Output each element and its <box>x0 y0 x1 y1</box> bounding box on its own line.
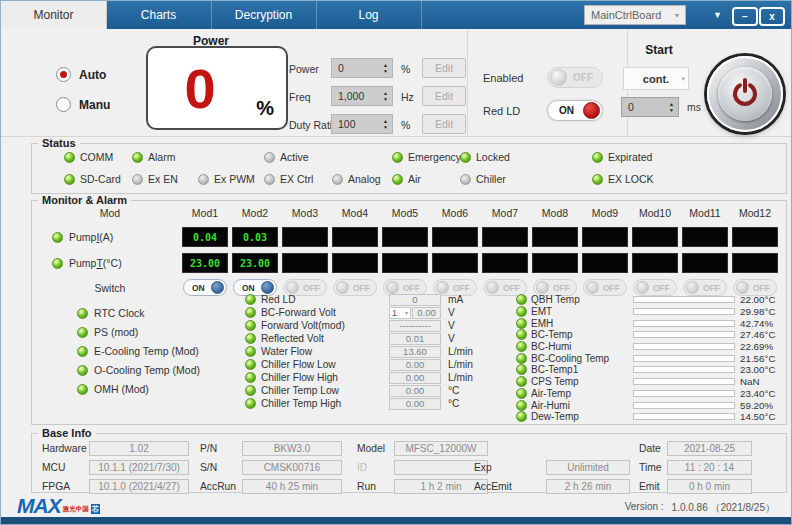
mod-column-header: Mod12 <box>730 207 780 219</box>
readout-chiller-flow-high: Chiller Flow High 0.00 L/min <box>245 371 473 384</box>
status-label: EX LOCK <box>608 173 654 185</box>
indicator-e-cooling: E-Cooling Temp (Mod) <box>77 345 200 357</box>
pump-temp-lcd: 23.00 <box>182 253 228 273</box>
pump-temp-lcd <box>282 253 328 273</box>
base-info-groupbox: Base Info Hardware 1.02 P/N BKW3.0 Model… <box>31 433 787 493</box>
mod-header-row: Mod Mod1 Mod2 Mod3 Mod4 Mod5 Mod6 Mod7 M… <box>40 207 780 219</box>
logo-text: MAX <box>17 496 61 516</box>
gauge-air-humi: Air-Humi59.20% <box>516 399 792 411</box>
dropdown-arrow-icon[interactable]: ▼ <box>713 10 722 20</box>
spinner-arrows-icon[interactable]: ▲▼ <box>380 60 391 76</box>
duty-param-input[interactable]: 100 ▲▼ <box>331 114 393 134</box>
toggle-knob <box>736 281 749 294</box>
mod-corner-header: Mod <box>40 207 180 219</box>
mode-manu-radio[interactable]: Manu <box>56 97 110 112</box>
start-mode-dropdown[interactable]: cont. ▾ <box>623 67 689 90</box>
power-display: 0 % <box>146 46 288 130</box>
status-label: Ex PWM <box>214 173 255 185</box>
base-info-title: Base Info <box>38 427 96 439</box>
led-icon <box>132 152 143 163</box>
version-label: Version : <box>625 501 664 515</box>
mod-column-header: Mod4 <box>330 207 380 219</box>
pump-temp-row: PumpT(°C) 23.00 23.00 <box>40 253 780 273</box>
status-label: SD-Card <box>80 173 121 185</box>
gauge-list: QBH Temp22.00°C EMT29.98°C EMH42.74% BC-… <box>516 294 792 423</box>
power-edit-button[interactable]: Edit <box>422 58 466 78</box>
readout-value: 0.00 <box>389 359 441 371</box>
tab-log[interactable]: Log <box>316 1 422 29</box>
logo-subtext: 激光中国 <box>63 505 89 514</box>
spinner-arrows-icon[interactable]: ▲▼ <box>380 116 391 132</box>
led-icon <box>264 174 275 185</box>
freq-param-label: Freq <box>289 91 311 103</box>
led-icon <box>392 152 403 163</box>
led-icon <box>245 372 256 383</box>
toggle-knob <box>536 281 549 294</box>
close-button[interactable]: x <box>759 7 785 26</box>
laser-start-button[interactable] <box>707 56 783 132</box>
status-active: Active <box>264 151 332 163</box>
readout-value: 0.00 <box>412 307 441 319</box>
red-ld-toggle[interactable]: ON <box>547 100 603 121</box>
power-param-input[interactable]: 0 ▲▼ <box>331 58 393 78</box>
status-label: EX Ctrl <box>280 173 313 185</box>
pump-current-lcd <box>482 227 528 247</box>
status-label: Alarm <box>148 151 175 163</box>
status-row-1: COMM Alarm Active Emergency Locked Expir… <box>64 151 782 163</box>
start-mode-value: cont. <box>643 73 669 85</box>
model-label: Model <box>357 443 385 454</box>
mcu-label: MCU <box>42 462 65 473</box>
duty-param-unit: % <box>401 119 410 131</box>
readout-chiller-flow-low: Chiller Flow Low 0.00 L/min <box>245 358 473 371</box>
led-icon <box>132 174 143 185</box>
tab-monitor[interactable]: Monitor <box>1 1 107 29</box>
start-delay-input[interactable]: 0 ▲▼ <box>621 97 679 117</box>
max-logo: MAX 激光中国 芯 <box>17 496 100 516</box>
enabled-toggle[interactable]: OFF <box>547 67 603 88</box>
toggle-knob <box>686 281 699 294</box>
pump-current-lcd <box>582 227 628 247</box>
pump-temp-lcd <box>632 253 678 273</box>
gauge-bar <box>633 366 735 373</box>
spinner-arrows-icon[interactable]: ▲▼ <box>380 88 391 104</box>
auto-label: Auto <box>79 68 106 82</box>
spinner-arrows-icon[interactable]: ▲▼ <box>666 99 677 115</box>
hardware-label: Hardware <box>42 443 87 454</box>
gauge-air-temp: Air-Temp23.40°C <box>516 388 792 400</box>
led-icon <box>516 353 527 364</box>
power-icon <box>728 77 762 111</box>
led-icon <box>516 364 527 375</box>
status-groupbox: Status COMM Alarm Active Emergency Locke… <box>31 143 787 194</box>
power-param-value: 0 <box>338 62 344 74</box>
duty-edit-button[interactable]: Edit <box>422 114 466 134</box>
led-icon <box>77 365 88 376</box>
status-label: Expirated <box>608 151 652 163</box>
freq-param-input[interactable]: 1,000 ▲▼ <box>331 86 393 106</box>
board-selector-dropdown[interactable]: MainCtrlBoard ▾ <box>584 5 686 25</box>
status-label: COMM <box>80 151 113 163</box>
gauge-dew-temp: Dew-Temp14.50°C <box>516 411 792 423</box>
tab-charts[interactable]: Charts <box>106 1 212 29</box>
sn-label: S/N <box>200 462 217 473</box>
minimize-button[interactable]: − <box>732 7 758 26</box>
led-icon <box>516 376 527 387</box>
pump-current-label: PumpI(A) <box>40 231 180 243</box>
bc-channel-dropdown[interactable]: 1▾ <box>389 307 411 319</box>
led-icon <box>245 359 256 370</box>
gauge-bc-cooling-temp: BC-Cooling Temp21.56°C <box>516 352 792 364</box>
pump-current-lcd <box>332 227 378 247</box>
mod-column-header: Mod11 <box>680 207 730 219</box>
mod1-switch[interactable]: ON <box>183 279 227 296</box>
readout-value: 0.01 <box>389 333 441 345</box>
tab-decryption[interactable]: Decryption <box>211 1 317 29</box>
mode-auto-radio[interactable]: Auto <box>56 67 106 82</box>
led-icon <box>516 341 527 352</box>
mod-column-header: Mod5 <box>380 207 430 219</box>
status-label: Ex EN <box>148 173 178 185</box>
gauge-bar <box>633 331 735 338</box>
led-icon <box>516 294 527 305</box>
power-param-label: Power <box>289 63 319 75</box>
freq-edit-button[interactable]: Edit <box>422 86 466 106</box>
status-ex-ctrl: EX Ctrl <box>264 173 332 185</box>
led-icon <box>64 174 75 185</box>
